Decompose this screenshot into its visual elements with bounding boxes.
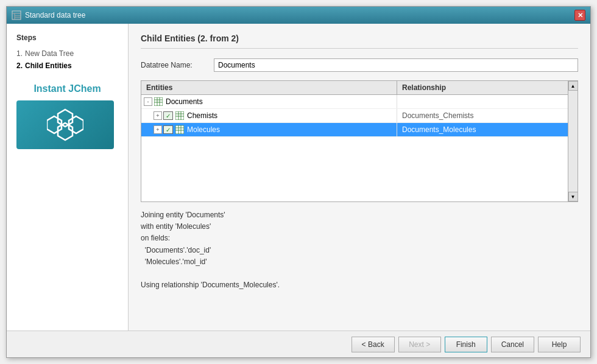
dialog-body: Steps 1. New Data Tree 2. Child Entities… (7, 24, 590, 331)
col-entities-header: Entities (141, 81, 397, 94)
step1-label: New Data Tree (25, 49, 74, 58)
brand-text: Instant JChem (16, 83, 118, 94)
entity-label-documents: Documents (166, 97, 203, 106)
checkmark-chemists: ✓ (166, 113, 171, 119)
desc-line-6 (141, 268, 578, 279)
expand-icon-chemists[interactable]: + (154, 111, 162, 120)
checkmark-molecules: ✓ (166, 127, 171, 133)
svg-marker-5 (58, 110, 72, 127)
desc-line-2: with entity 'Molecules' (141, 221, 578, 233)
dialog-footer: < Back Next > Finish Cancel Help (7, 331, 590, 357)
tree-indent: + ✓ (154, 125, 220, 135)
entity-label-molecules: Molecules (187, 125, 220, 134)
scroll-up-arrow[interactable]: ▲ (568, 81, 578, 91)
table-inner: Entities Relationship - (141, 81, 568, 201)
section-title: Child Entities (2. from 2) (141, 33, 578, 49)
dialog: Standard data tree ✕ Steps 1. New Data T… (6, 6, 591, 358)
datatree-label: Datatree Name: (141, 61, 208, 69)
relationship-cell-chemists: Documents_Chemists (397, 110, 568, 122)
desc-line-5: 'Molecules'.'mol_id' (141, 256, 578, 268)
relationship-cell-molecules: Documents_Molecules (397, 124, 568, 136)
expand-icon-molecules[interactable]: + (154, 125, 162, 134)
scroll-down-arrow[interactable]: ▼ (568, 192, 578, 201)
table-row[interactable]: + ✓ (141, 109, 568, 123)
title-bar: Standard data tree ✕ (7, 7, 590, 24)
desc-line-7: Using relationship 'Documents_Molecules'… (141, 279, 578, 291)
entity-icon-molecules (175, 125, 185, 135)
entity-label-chemists: Chemists (187, 111, 217, 120)
table-body: - (141, 95, 568, 201)
checkbox-molecules[interactable]: ✓ (163, 125, 173, 134)
expand-icon-documents[interactable]: - (144, 97, 152, 106)
finish-button[interactable]: Finish (445, 337, 487, 352)
checkbox-chemists[interactable]: ✓ (163, 111, 173, 120)
sidebar-step-2: 2. Child Entities (16, 61, 118, 70)
table-row[interactable]: - (141, 95, 568, 109)
sidebar-brand: Instant JChem (16, 74, 118, 154)
step1-number: 1. (16, 49, 23, 58)
table-scrollbar[interactable]: ▲ ▼ (568, 81, 578, 201)
main-content: Child Entities (2. from 2) Datatree Name… (129, 24, 590, 331)
description-area: Joining entity 'Documents' with entity '… (141, 209, 578, 291)
sidebar-steps-list: 1. New Data Tree 2. Child Entities (16, 49, 118, 70)
title-bar-left: Standard data tree (12, 10, 85, 20)
datatree-name-input[interactable] (214, 58, 578, 72)
back-button[interactable]: < Back (351, 337, 395, 352)
next-button[interactable]: Next > (398, 337, 441, 352)
svg-marker-7 (47, 116, 62, 133)
svg-rect-19 (175, 125, 184, 134)
entity-cell-documents: - (141, 95, 397, 108)
desc-line-3: on fields: (141, 233, 578, 244)
col-relationship-header: Relationship (397, 81, 568, 94)
honeycomb-icon (47, 107, 83, 143)
step2-label: Child Entities (25, 61, 72, 70)
entity-cell-chemists: + ✓ (141, 109, 397, 122)
entities-table-container: Entities Relationship - (141, 80, 578, 202)
svg-rect-0 (12, 11, 21, 19)
dialog-title: Standard data tree (25, 11, 85, 19)
datatree-form-row: Datatree Name: (141, 58, 578, 72)
entity-icon-documents (154, 97, 163, 107)
scroll-track (568, 91, 578, 192)
sidebar-steps-area: Steps 1. New Data Tree 2. Child Entities (16, 33, 118, 70)
relationship-cell-documents (397, 100, 568, 103)
tree-indent: - (144, 97, 203, 107)
svg-rect-14 (175, 111, 184, 120)
brand-logo (16, 100, 114, 149)
desc-line-4: 'Documents'.'doc_id' (141, 245, 578, 256)
table-header: Entities Relationship (141, 81, 568, 95)
help-button[interactable]: Help (538, 337, 581, 352)
step2-number: 2. (16, 61, 23, 70)
entity-cell-molecules: + ✓ (141, 123, 397, 136)
sidebar-step-1: 1. New Data Tree (16, 49, 118, 58)
svg-marker-8 (69, 116, 83, 133)
dialog-icon (12, 10, 21, 20)
cancel-button[interactable]: Cancel (491, 337, 534, 352)
svg-rect-9 (154, 97, 163, 106)
table-row[interactable]: + ✓ (141, 123, 568, 137)
desc-line-1: Joining entity 'Documents' (141, 209, 578, 221)
close-button[interactable]: ✕ (574, 10, 585, 21)
sidebar: Steps 1. New Data Tree 2. Child Entities… (7, 24, 129, 331)
entity-icon-chemists (175, 111, 185, 121)
svg-marker-6 (58, 123, 72, 140)
tree-indent: + ✓ (154, 111, 217, 121)
sidebar-steps-title: Steps (16, 33, 118, 42)
